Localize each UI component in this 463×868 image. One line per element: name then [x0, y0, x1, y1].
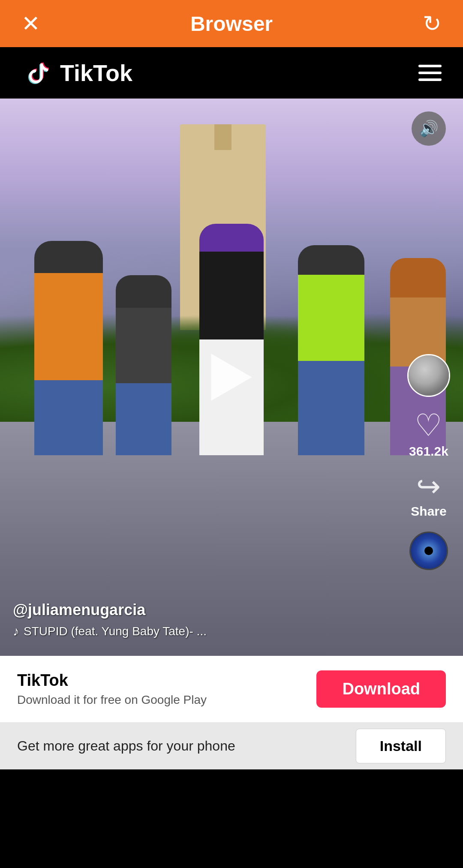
- volume-icon: 🔊: [419, 120, 439, 138]
- person-2: [116, 275, 171, 455]
- refresh-icon[interactable]: ↻: [423, 11, 442, 36]
- app-name: TikTok: [17, 671, 207, 690]
- share-label: Share: [411, 504, 446, 519]
- tiktok-logo-text: TikTok: [60, 60, 132, 86]
- heart-icon: ♡: [415, 410, 442, 441]
- person-4: [298, 245, 364, 455]
- browser-title: Browser: [190, 12, 273, 36]
- person-3: [199, 224, 264, 455]
- people-scene: [0, 177, 463, 455]
- sound-button[interactable]: 🔊: [412, 111, 446, 146]
- browser-bar: ✕ Browser ↻: [0, 0, 463, 47]
- likes-count: 361.2k: [409, 444, 448, 459]
- share-icon: ↪: [416, 472, 441, 501]
- like-action[interactable]: ♡ 361.2k: [409, 410, 448, 459]
- music-disc[interactable]: [409, 532, 448, 570]
- song-title: STUPID (feat. Yung Baby Tate)- ...: [24, 625, 207, 638]
- creator-avatar[interactable]: [407, 354, 450, 397]
- video-song: ♪ STUPID (feat. Yung Baby Tate)- ...: [13, 624, 207, 639]
- install-button[interactable]: Install: [356, 729, 446, 763]
- music-disc-center: [424, 547, 433, 555]
- share-action[interactable]: ↪ Share: [411, 472, 446, 519]
- tiktok-logo-icon: [21, 57, 52, 88]
- person-1: [34, 241, 103, 455]
- tiktok-header: TikTok: [0, 47, 463, 99]
- install-promo-text: Get more great apps for your phone: [17, 738, 235, 754]
- video-info: @juliamenugarcia ♪ STUPID (feat. Yung Ba…: [13, 601, 207, 639]
- download-button[interactable]: Download: [316, 670, 446, 708]
- video-player[interactable]: 🔊 ♡ 361.2k ↪ Share @juliamenugarcia ♪ ST…: [0, 99, 463, 656]
- app-subtitle: Download it for free on Google Play: [17, 693, 207, 707]
- video-actions: ♡ 361.2k ↪ Share: [407, 354, 450, 570]
- avatar-image: [409, 355, 449, 396]
- download-banner: TikTok Download it for free on Google Pl…: [0, 656, 463, 722]
- tiktok-logo[interactable]: TikTok: [21, 57, 132, 88]
- video-username[interactable]: @juliamenugarcia: [13, 601, 207, 619]
- play-button[interactable]: [211, 354, 252, 401]
- app-info: TikTok Download it for free on Google Pl…: [17, 671, 207, 707]
- close-icon[interactable]: ✕: [21, 11, 40, 36]
- bottom-area: [0, 769, 463, 812]
- install-bar: Get more great apps for your phone Insta…: [0, 722, 463, 769]
- hamburger-menu-button[interactable]: [418, 65, 442, 81]
- music-note-icon: ♪: [13, 624, 19, 639]
